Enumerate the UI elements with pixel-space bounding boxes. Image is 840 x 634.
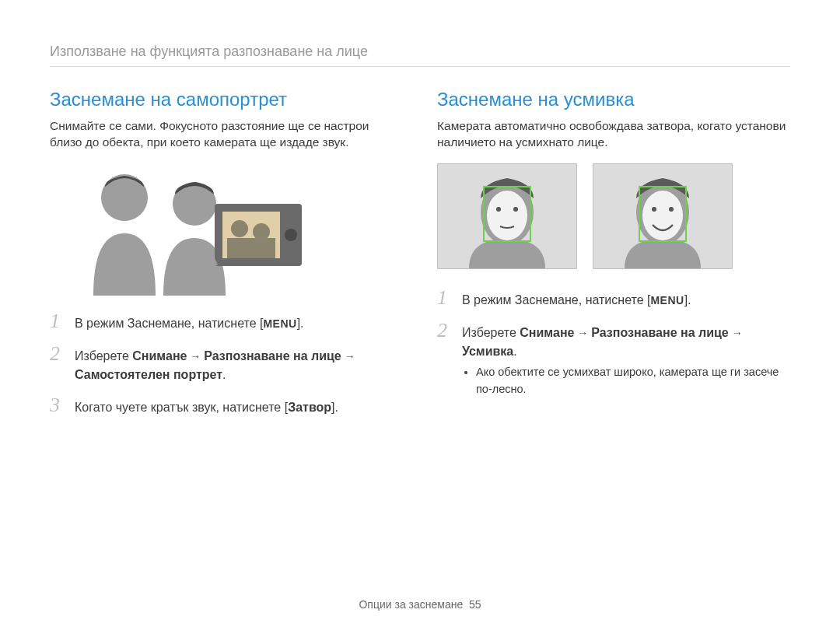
step-text: В режим Заснемане, натиснете [	[75, 317, 263, 330]
face-detection-box	[483, 186, 531, 242]
face-detection-box	[639, 186, 687, 242]
intro-selfportrait: Снимайте се сами. Фокусното разстояние щ…	[50, 118, 403, 151]
step-text-post: .	[222, 368, 226, 381]
step-text: Изберете	[75, 349, 132, 363]
thumb-smile	[593, 163, 733, 269]
step-number: 1	[437, 288, 453, 308]
heading-selfportrait: Заснемане на самопортрет	[50, 89, 403, 110]
arrow-icon: →	[341, 350, 355, 363]
step-number: 2	[50, 344, 65, 364]
step-1-left: 1 В режим Заснемане, натиснете [MENU].	[50, 311, 403, 333]
svg-rect-6	[227, 238, 275, 258]
note-list: Ако обектите се усмихват широко, камерат…	[462, 364, 790, 398]
step-text-post: ].	[331, 401, 338, 414]
footer-label: Опции за заснемане	[359, 598, 463, 611]
step-number: 2	[437, 321, 453, 341]
step-3-left: 3 Когато чуете кратък звук, натиснете [З…	[50, 395, 403, 417]
note-item: Ако обектите се усмихват широко, камерат…	[476, 364, 790, 398]
step-number: 1	[50, 311, 65, 331]
bold-smile: Усмивка	[462, 345, 513, 358]
step-number: 3	[50, 395, 65, 415]
heading-smile: Заснемане на усмивка	[437, 89, 790, 110]
bold-snimane: Снимане	[132, 349, 187, 363]
step-text-post: ].	[684, 293, 691, 306]
step-2-right: 2 Изберете Снимане → Разпознаване на лиц…	[437, 321, 790, 401]
bold-face: Разпознаване на лице	[591, 326, 729, 339]
thumb-neutral	[437, 163, 577, 269]
column-smile: Заснемане на усмивка Камерата автоматичн…	[437, 89, 790, 428]
arrow-icon: →	[574, 327, 591, 339]
svg-point-5	[253, 223, 270, 240]
bold-face: Разпознаване на лице	[204, 349, 341, 363]
step-text-post: ].	[297, 317, 304, 330]
step-text-post: .	[513, 345, 516, 358]
breadcrumb: Използване на функцията разпознаване на …	[50, 44, 790, 67]
step-text: Изберете	[462, 326, 520, 339]
step-text: Когато чуете кратък звук, натиснете [	[75, 401, 288, 414]
column-selfportrait: Заснемане на самопортрет Снимайте се сам…	[50, 89, 403, 428]
bold-selfportrait: Самостоятелен портрет	[75, 368, 222, 381]
page-number: 55	[469, 598, 481, 611]
svg-point-4	[231, 220, 248, 237]
step-1-right: 1 В режим Заснемане, натиснете [MENU].	[437, 288, 790, 310]
svg-point-7	[285, 229, 297, 241]
arrow-icon: →	[187, 350, 204, 363]
intro-smile: Камерата автоматично освобождава затвора…	[437, 118, 790, 151]
step-2-left: 2 Изберете Снимане → Разпознаване на лиц…	[50, 344, 403, 384]
menu-label: MENU	[263, 317, 296, 330]
page-footer: Опции за заснемане 55	[0, 598, 840, 611]
bold-snimane: Снимане	[520, 326, 574, 339]
arrow-icon: →	[729, 327, 743, 339]
step-text: В режим Заснемане, натиснете [	[462, 293, 650, 306]
menu-label: MENU	[650, 294, 684, 306]
figure-row-smile	[437, 163, 790, 269]
illustration-selfportrait	[70, 163, 303, 296]
bold-shutter: Затвор	[288, 401, 331, 414]
